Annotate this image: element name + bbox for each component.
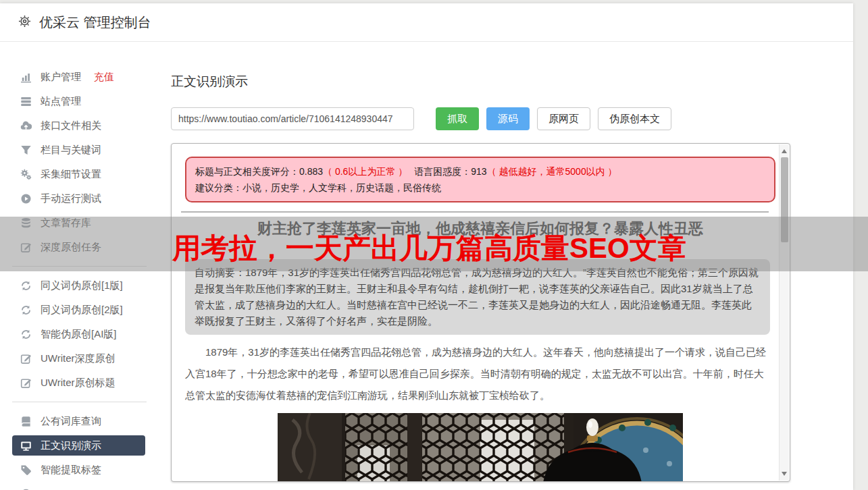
sidebar-item-label: 深度原创任务 [41, 241, 101, 254]
article-title: 财主抢了李莲英家一亩地，他成慈禧亲信后如何报复？暴露人性丑恶 [185, 219, 775, 239]
tag-icon [20, 464, 32, 476]
fetch-button[interactable]: 抓取 [436, 107, 479, 130]
cloud-upload-icon [20, 120, 32, 132]
sidebar-item-label: UWriter原创标题 [41, 377, 116, 389]
sidebar-item-label: 文章暂存库 [41, 217, 91, 229]
perplexity-note: （ 越低越好，通常5000以内 ） [487, 166, 617, 177]
server-icon [20, 96, 32, 107]
vertical-scrollbar[interactable] [779, 144, 789, 481]
auto-summary-box: 自动摘要：1879年，31岁的李莲英出任储秀宫四品花翎总管，成为慈禧身边的大红人… [185, 259, 770, 335]
sidebar-divider [12, 266, 147, 267]
sidebar-item-label: 同义词伪原创[1版] [41, 279, 123, 292]
scroll-up-arrow[interactable] [782, 149, 787, 153]
perplexity-score: 语言困惑度：913 [414, 166, 486, 177]
analysis-alert: 标题与正文相关度评分：0.883（ 0.6以上为正常 ）语言困惑度：913（ 越… [185, 157, 775, 202]
sidebar-item-label: 智能伪原创[AI版] [41, 328, 117, 341]
sidebar-item-synonym-v1[interactable]: 同义词伪原创[1版] [0, 273, 159, 298]
sidebar-item-sites[interactable]: 站点管理 [0, 89, 159, 113]
gear-icon [18, 15, 31, 30]
sidebar-item-label: 栏目与关键词 [41, 144, 101, 157]
result-panel: 标题与正文相关度评分：0.883（ 0.6以上为正常 ）语言困惑度：913（ 越… [171, 143, 790, 482]
toolbar: 抓取 源码 原网页 伪原创本文 [171, 107, 790, 130]
sidebar-item-label: 站点管理 [41, 95, 81, 108]
sidebar-item-smart-tags[interactable]: 智能提取标签 [0, 458, 159, 482]
sidebar-item-collect-settings[interactable]: 采集细节设置 [0, 162, 159, 186]
app-window: 优采云 管理控制台 账户管理 充值 站点管理 接口文件相关 栏目与关键词 [0, 3, 853, 490]
sidebar-item-article-store[interactable]: 文章暂存库 [0, 211, 159, 235]
sidebar-item-label: 同义词伪原创[2版] [41, 304, 123, 317]
book-icon [20, 416, 32, 427]
sidebar-item-label: UWriter深度原创 [41, 352, 116, 365]
section-divider [181, 211, 769, 213]
sidebar-item-label: 接口文件相关 [41, 119, 101, 132]
edit-icon [20, 353, 32, 364]
original-page-button[interactable]: 原网页 [537, 107, 590, 130]
sidebar-item-ai-pseudo[interactable]: 智能伪原创[AI版] [0, 322, 159, 346]
app-title: 优采云 管理控制台 [39, 13, 151, 32]
recharge-link[interactable]: 充值 [94, 71, 114, 84]
monitor-icon [20, 440, 32, 452]
scroll-down-arrow[interactable] [782, 472, 787, 476]
sidebar-item-label: 账户管理 [41, 71, 81, 84]
refresh-icon [20, 329, 32, 340]
sidebar: 账户管理 充值 站点管理 接口文件相关 栏目与关键词 采集细节设置 [0, 43, 159, 490]
sidebar-divider [12, 402, 147, 402]
pseudo-original-button[interactable]: 伪原创本文 [598, 107, 671, 130]
sidebar-item-clipped[interactable] [0, 482, 159, 490]
edit-icon [20, 242, 32, 253]
page-title: 正文识别演示 [171, 73, 790, 90]
sidebar-item-label: 采集细节设置 [41, 168, 101, 181]
refresh-icon [20, 304, 32, 316]
sidebar-item-extraction-demo[interactable]: 正文识别演示 [12, 435, 145, 456]
database-icon [20, 217, 32, 229]
sidebar-item-synonym-v2[interactable]: 同义词伪原创[2版] [0, 298, 159, 322]
sidebar-item-account[interactable]: 账户管理 充值 [0, 65, 159, 89]
sidebar-item-label: 正文识别演示 [41, 439, 101, 452]
sidebar-item-interface-files[interactable]: 接口文件相关 [0, 113, 159, 138]
sidebar-item-keywords[interactable]: 栏目与关键词 [0, 138, 159, 162]
filter-icon [20, 144, 32, 156]
source-button[interactable]: 源码 [486, 107, 530, 130]
relevance-score: 标题与正文相关度评分：0.883 [195, 166, 323, 177]
play-circle-icon [20, 193, 32, 205]
relevance-note: （ 0.6以上为正常 ） [323, 166, 407, 177]
refresh-icon [20, 280, 32, 292]
sidebar-item-manual-test[interactable]: 手动运行测试 [0, 186, 159, 211]
bar-chart-icon [20, 72, 32, 83]
result-panel-content: 标题与正文相关度评分：0.883（ 0.6以上为正常 ）语言困惑度：913（ 越… [172, 144, 779, 481]
sidebar-item-public-dict[interactable]: 公有词库查询 [0, 409, 159, 433]
scrollbar-thumb[interactable] [781, 157, 788, 242]
article-paragraph: 1879年，31岁的李莲英出任储秀宫四品花翎总管，成为慈禧身边的大红人。这年春天… [185, 342, 770, 406]
url-input[interactable] [171, 107, 414, 130]
sidebar-item-deep-original-task[interactable]: 深度原创任务 [0, 235, 159, 259]
analysis-line-1: 标题与正文相关度评分：0.883（ 0.6以上为正常 ）语言困惑度：913（ 越… [195, 163, 765, 180]
app-header: 优采云 管理控制台 [0, 3, 853, 42]
suggested-categories: 建议分类：小说，历史学，人文学科，历史话题，民俗传统 [195, 180, 765, 196]
main-content: 正文识别演示 抓取 源码 原网页 伪原创本文 标题与正文相关度评分：0.883（… [171, 43, 790, 482]
edit-icon [20, 377, 32, 389]
article-photo [278, 413, 683, 481]
sidebar-item-label: 手动运行测试 [41, 192, 101, 205]
sidebar-item-label: 智能提取标签 [41, 464, 101, 477]
gears-icon [20, 169, 32, 180]
sidebar-item-uwriter-deep[interactable]: UWriter深度原创 [0, 346, 159, 371]
sidebar-item-uwriter-title[interactable]: UWriter原创标题 [0, 371, 159, 395]
sidebar-item-label: 公有词库查询 [41, 415, 101, 428]
